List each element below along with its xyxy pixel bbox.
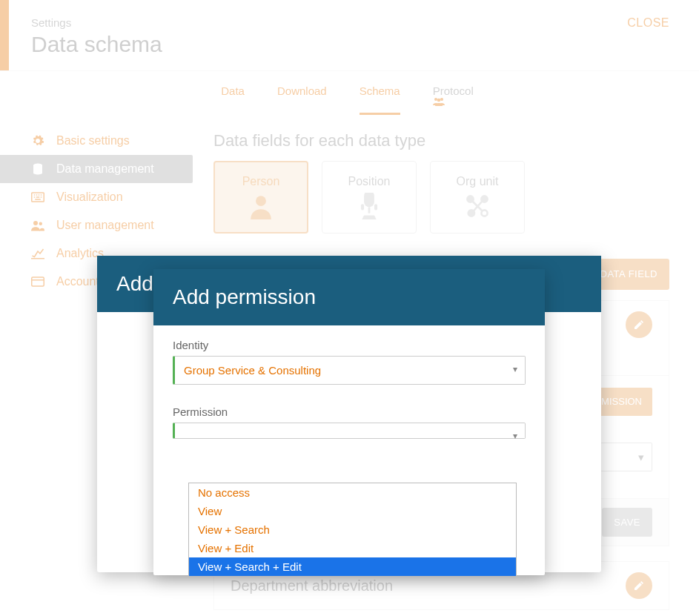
perm-option-view-edit[interactable]: View + Edit xyxy=(189,539,516,557)
permission-label: Permission xyxy=(173,405,526,418)
page: Settings Data schema CLOSE Data Download… xyxy=(0,0,699,616)
perm-option-view[interactable]: View xyxy=(189,502,516,520)
identity-label: Identity xyxy=(173,339,526,351)
permission-select[interactable] xyxy=(173,423,526,439)
permission-options: No access View View + Search View + Edit… xyxy=(188,483,517,577)
perm-option-view-search[interactable]: View + Search xyxy=(189,520,516,539)
identity-select[interactable]: Group Service & Consulting xyxy=(173,356,526,385)
modal-title: Add permission xyxy=(153,269,545,325)
perm-option-no-access[interactable]: No access xyxy=(189,483,516,502)
perm-option-view-search-edit[interactable]: View + Search + Edit xyxy=(189,557,516,576)
